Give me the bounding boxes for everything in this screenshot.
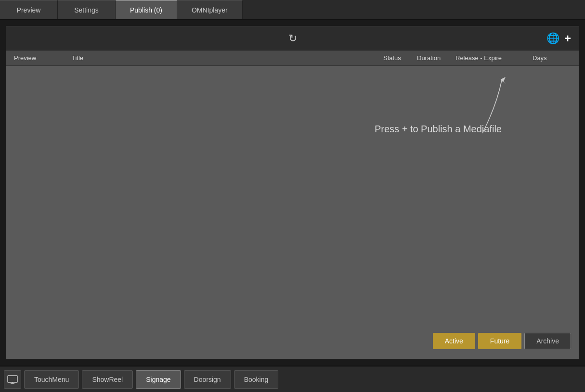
- main-panel: ↻ 🌐 + Preview Title Status Duration Rele…: [6, 26, 579, 359]
- tab-publish[interactable]: Publish (0): [116, 0, 177, 19]
- refresh-icon[interactable]: ↻: [288, 32, 297, 45]
- col-header-duration: Duration: [417, 54, 455, 62]
- monitor-icon[interactable]: [4, 370, 21, 389]
- col-header-status: Status: [383, 54, 417, 62]
- add-publish-button[interactable]: +: [564, 33, 571, 44]
- content-header: ↻ 🌐 +: [6, 26, 579, 51]
- tab-preview[interactable]: Preview: [0, 0, 58, 19]
- col-header-title: Title: [72, 54, 383, 62]
- tab-settings[interactable]: Settings: [58, 0, 116, 19]
- nav-signage[interactable]: Signage: [136, 370, 181, 389]
- col-header-days: Days: [533, 54, 571, 62]
- nav-doorsign[interactable]: Doorsign: [184, 370, 231, 389]
- filter-active-button[interactable]: Active: [433, 333, 475, 349]
- bottom-nav: TouchMenu ShowReel Signage Doorsign Book…: [0, 366, 585, 392]
- hint-area: Press + to Publish a Mediafile: [375, 124, 502, 135]
- svg-rect-1: [8, 376, 17, 382]
- table-header: Preview Title Status Duration Release - …: [6, 51, 579, 66]
- tab-omniplayer[interactable]: OMNIplayer: [177, 0, 243, 19]
- top-tab-bar: Preview Settings Publish (0) OMNIplayer: [0, 0, 585, 20]
- col-header-preview: Preview: [14, 54, 72, 62]
- nav-showreel[interactable]: ShowReel: [82, 370, 133, 389]
- filter-archive-button[interactable]: Archive: [524, 333, 571, 349]
- nav-booking[interactable]: Booking: [234, 370, 279, 389]
- filter-future-button[interactable]: Future: [478, 333, 521, 349]
- filter-buttons: Active Future Archive: [433, 333, 571, 349]
- globe-icon[interactable]: 🌐: [546, 32, 559, 45]
- content-body: Press + to Publish a Mediafile Active Fu…: [6, 66, 579, 359]
- header-right-icons: 🌐 +: [546, 32, 571, 45]
- col-header-release: Release - Expire: [455, 54, 533, 62]
- nav-touchmenu[interactable]: TouchMenu: [24, 370, 79, 389]
- hint-arrow: [454, 76, 511, 138]
